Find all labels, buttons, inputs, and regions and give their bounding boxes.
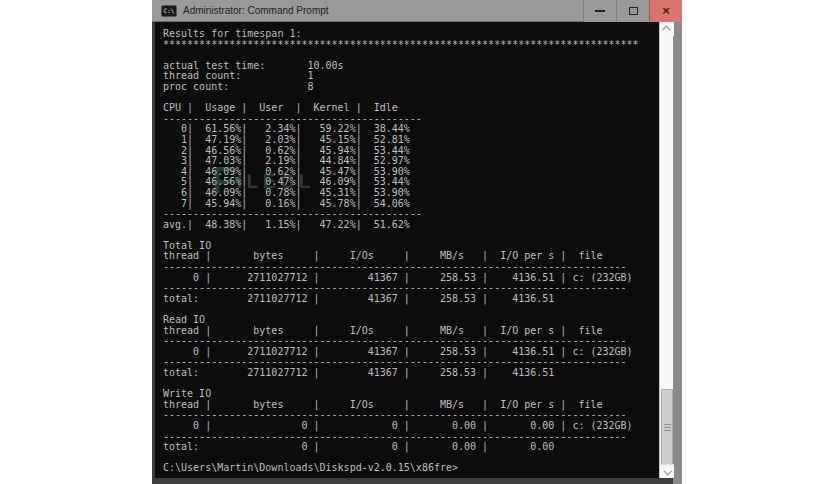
- titlebar[interactable]: C:\ Administrator: Command Prompt ×: [152, 0, 682, 22]
- maximize-icon: [629, 7, 638, 15]
- scrollbar-thumb[interactable]: [661, 389, 673, 465]
- page-canvas: C:\ Administrator: Command Prompt × Resu…: [0, 0, 836, 484]
- close-icon: ×: [662, 4, 670, 17]
- scroll-down-button[interactable]: [660, 464, 674, 478]
- command-prompt-window: C:\ Administrator: Command Prompt × Resu…: [152, 0, 682, 484]
- minimize-icon: [595, 10, 605, 12]
- chevron-down-icon: [663, 467, 671, 475]
- window-frame-bottom: [152, 478, 673, 484]
- scrollbar-gripper-icon: [664, 424, 671, 431]
- chevron-up-icon: [662, 25, 670, 33]
- vertical-scrollbar[interactable]: [659, 22, 673, 478]
- terminal-screen[interactable]: Results for timespan 1: ****************…: [155, 22, 659, 478]
- close-button[interactable]: ×: [649, 0, 682, 22]
- scroll-up-button[interactable]: [660, 22, 674, 36]
- window-title: Administrator: Command Prompt: [183, 5, 583, 16]
- window-frame-left: [152, 22, 155, 484]
- maximize-button[interactable]: [616, 0, 649, 22]
- cmd-app-icon: C:\: [161, 5, 177, 17]
- window-frame-right: [673, 22, 682, 484]
- window-controls: ×: [583, 0, 682, 22]
- terminal-output: Results for timespan 1: ****************…: [155, 22, 659, 474]
- minimize-button[interactable]: [583, 0, 616, 22]
